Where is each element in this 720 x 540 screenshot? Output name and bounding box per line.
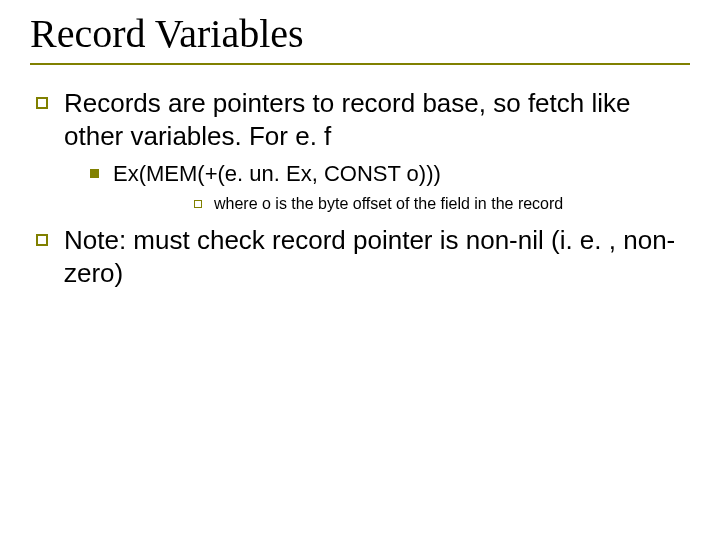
hollow-square-bullet-icon	[194, 200, 202, 208]
slide-title: Record Variables	[30, 10, 690, 57]
title-underline	[30, 63, 690, 65]
bullet-text: Note: must check record pointer is non-n…	[64, 224, 690, 289]
list-item: Records are pointers to record base, so …	[36, 87, 690, 152]
hollow-square-bullet-icon	[36, 97, 48, 109]
bullet-list-level1: Records are pointers to record base, so …	[36, 87, 690, 289]
hollow-square-bullet-icon	[36, 234, 48, 246]
list-item: where o is the byte offset of the field …	[194, 194, 690, 215]
bullet-list-level3: where o is the byte offset of the field …	[194, 194, 690, 215]
bullet-list-level2: Ex(MEM(+(e. un. Ex, CONST o))) where o i…	[90, 160, 690, 214]
slide: Record Variables Records are pointers to…	[0, 0, 720, 540]
bullet-text: Records are pointers to record base, so …	[64, 87, 690, 152]
solid-square-bullet-icon	[90, 169, 99, 178]
bullet-text: Ex(MEM(+(e. un. Ex, CONST o)))	[113, 160, 441, 188]
list-item: Note: must check record pointer is non-n…	[36, 224, 690, 289]
list-item: Ex(MEM(+(e. un. Ex, CONST o)))	[90, 160, 690, 188]
bullet-text: where o is the byte offset of the field …	[214, 194, 563, 215]
